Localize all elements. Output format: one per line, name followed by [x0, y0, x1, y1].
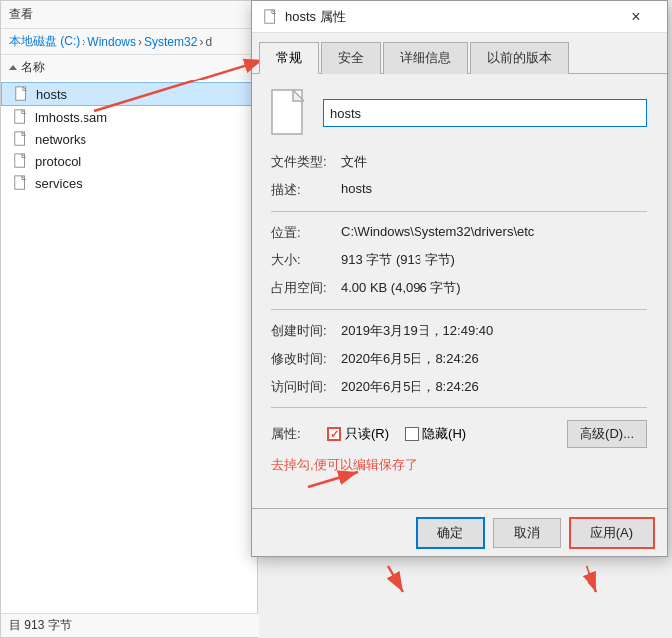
- svg-rect-10: [265, 9, 275, 22]
- value-disksize: 4.00 KB (4,096 字节): [341, 279, 647, 297]
- prop-description: 描述: hosts: [271, 181, 647, 199]
- address-path2: System32: [144, 35, 197, 49]
- prop-filetype: 文件类型: 文件: [271, 153, 647, 171]
- file-list: hosts lmhosts.sam networks pr: [1, 80, 257, 196]
- value-description: hosts: [341, 181, 647, 199]
- svg-line-17: [388, 566, 403, 592]
- label-filetype: 文件类型:: [271, 153, 341, 171]
- file-icon-lmhosts: [13, 109, 29, 125]
- svg-rect-2: [15, 110, 25, 123]
- svg-rect-6: [15, 154, 25, 167]
- prop-disksize: 占用空间: 4.00 KB (4,096 字节): [271, 279, 647, 297]
- hidden-checkbox-label[interactable]: 隐藏(H): [405, 425, 466, 443]
- file-explorer: 查看 本地磁盘 (C:) › Windows › System32 › d 名称…: [0, 0, 258, 638]
- file-item-protocol[interactable]: protocol: [1, 150, 257, 172]
- close-button[interactable]: ×: [613, 1, 659, 33]
- file-name-lmhosts: lmhosts.sam: [35, 110, 107, 125]
- label-location: 位置:: [271, 224, 341, 241]
- file-icon-networks: [13, 131, 29, 147]
- svg-rect-4: [15, 132, 25, 145]
- tab-previous-versions[interactable]: 以前的版本: [470, 42, 569, 74]
- tab-details[interactable]: 详细信息: [383, 42, 468, 74]
- label-size: 大小:: [271, 251, 341, 269]
- dialog-footer: 确定 取消 应用(A): [252, 508, 667, 556]
- address-drive: 本地磁盘 (C:): [9, 33, 80, 50]
- prop-accessed: 访问时间: 2020年6月5日，8:24:26: [271, 378, 647, 396]
- divider-3: [271, 407, 647, 408]
- hidden-label: 隐藏(H): [422, 425, 466, 443]
- cancel-button[interactable]: 取消: [493, 518, 561, 548]
- file-preview-area: [271, 89, 647, 137]
- prop-created: 创建时间: 2019年3月19日，12:49:40: [271, 322, 647, 340]
- sep3: ›: [199, 35, 203, 49]
- toolbar-view-label: 查看: [9, 6, 33, 23]
- file-name-services: services: [35, 176, 83, 191]
- attr-label: 属性:: [271, 425, 311, 443]
- label-disksize: 占用空间:: [271, 279, 341, 297]
- address-path3: d: [205, 35, 212, 49]
- confirm-button[interactable]: 确定: [416, 517, 485, 549]
- file-item-networks[interactable]: networks: [1, 128, 257, 150]
- hosts-properties-dialog: hosts 属性 × 常规 安全 详细信息 以前的版本: [251, 0, 668, 557]
- svg-rect-0: [16, 87, 26, 100]
- file-name-networks: networks: [35, 132, 86, 147]
- readonly-label: 只读(R): [345, 425, 389, 443]
- file-icon-services: [13, 175, 29, 191]
- explorer-toolbar: 查看: [1, 1, 257, 29]
- readonly-checkbox[interactable]: ✓: [327, 427, 341, 441]
- sep1: ›: [82, 35, 85, 49]
- sep2: ›: [138, 35, 142, 49]
- tip-text: 去掉勾,便可以编辑保存了: [271, 456, 647, 474]
- label-description: 描述:: [271, 181, 341, 199]
- readonly-checkbox-label[interactable]: ✓ 只读(R): [327, 425, 389, 443]
- file-item-services[interactable]: services: [1, 172, 257, 194]
- explorer-address: 本地磁盘 (C:) › Windows › System32 › d: [1, 29, 257, 55]
- value-filetype: 文件: [341, 153, 647, 171]
- attr-row: 属性: ✓ 只读(R) 隐藏(H) 高级(D)...: [271, 420, 647, 448]
- value-modified: 2020年6月5日，8:24:26: [341, 350, 647, 368]
- tab-security[interactable]: 安全: [321, 42, 381, 74]
- value-location: C:\Windows\System32\drivers\etc: [341, 224, 647, 241]
- prop-size: 大小: 913 字节 (913 字节): [271, 251, 647, 269]
- dialog-title-area: hosts 属性: [263, 8, 346, 26]
- file-icon-protocol: [13, 153, 29, 169]
- file-item-hosts[interactable]: hosts: [1, 82, 257, 106]
- file-name-protocol: protocol: [35, 154, 81, 169]
- divider-1: [271, 211, 647, 212]
- file-list-header: 名称: [1, 55, 257, 80]
- svg-line-18: [587, 566, 596, 592]
- label-accessed: 访问时间:: [271, 378, 341, 396]
- big-file-icon: [271, 89, 311, 137]
- svg-rect-8: [15, 176, 25, 189]
- label-created: 创建时间:: [271, 322, 341, 340]
- address-path1: Windows: [87, 35, 136, 49]
- dialog-content: 文件类型: 文件 描述: hosts 位置: C:\Windows\System…: [252, 74, 667, 490]
- value-size: 913 字节 (913 字节): [341, 251, 647, 269]
- divider-2: [271, 309, 647, 310]
- checkmark: ✓: [330, 428, 339, 441]
- dialog-titlebar: hosts 属性 ×: [252, 1, 667, 33]
- dialog-title-text: hosts 属性: [285, 8, 346, 26]
- title-file-icon: [263, 9, 279, 25]
- prop-modified: 修改时间: 2020年6月5日，8:24:26: [271, 350, 647, 368]
- dialog-tabs: 常规 安全 详细信息 以前的版本: [252, 33, 667, 74]
- sort-icon: [9, 65, 17, 70]
- status-text: 目 913 字节: [9, 617, 72, 634]
- explorer-status: 目 913 字节: [1, 613, 259, 637]
- filename-input[interactable]: [323, 99, 647, 127]
- hidden-checkbox[interactable]: [405, 427, 419, 441]
- tab-general[interactable]: 常规: [259, 42, 319, 74]
- file-name-hosts: hosts: [36, 87, 67, 102]
- prop-location: 位置: C:\Windows\System32\drivers\etc: [271, 224, 647, 241]
- col-name-label: 名称: [21, 59, 45, 76]
- file-item-lmhosts[interactable]: lmhosts.sam: [1, 106, 257, 128]
- advanced-button[interactable]: 高级(D)...: [567, 420, 647, 448]
- value-accessed: 2020年6月5日，8:24:26: [341, 378, 647, 396]
- value-created: 2019年3月19日，12:49:40: [341, 322, 647, 340]
- file-icon-hosts: [14, 86, 30, 102]
- apply-button[interactable]: 应用(A): [569, 517, 655, 549]
- label-modified: 修改时间:: [271, 350, 341, 368]
